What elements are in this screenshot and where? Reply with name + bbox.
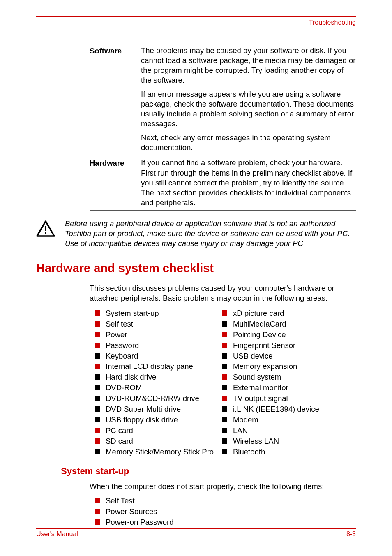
- bullet-icon: [95, 310, 100, 316]
- bullet-icon: [222, 353, 227, 359]
- list-item: xD picture card: [222, 308, 349, 319]
- list-label: Power-on Password: [106, 517, 174, 528]
- bullet-icon: [222, 385, 227, 390]
- footer-rule: [36, 528, 356, 529]
- list-label: Power: [106, 329, 127, 340]
- list-item: USB device: [222, 351, 349, 361]
- list-label: Password: [106, 340, 139, 351]
- software-para-1: The problems may be caused by your softw…: [141, 46, 356, 85]
- page-footer: User's Manual 8-3: [36, 528, 356, 538]
- bullet-icon: [222, 449, 227, 454]
- list-item: Power Sources: [95, 506, 356, 517]
- list-label: i.LINK (IEEE1394) device: [233, 404, 319, 415]
- list-item: Internal LCD display panel: [95, 361, 222, 372]
- subsection-intro: When the computer does not start properl…: [90, 482, 356, 491]
- bullet-icon: [95, 343, 100, 348]
- list-label: Pointing Device: [233, 329, 286, 340]
- footer-left: User's Manual: [36, 531, 78, 538]
- list-item: USB floppy disk drive: [95, 415, 222, 425]
- list-item: Sound system: [222, 372, 349, 382]
- bullet-icon: [95, 498, 100, 503]
- bullet-icon: [95, 374, 100, 380]
- list-label: PC card: [106, 425, 133, 436]
- list-label: Self Test: [106, 496, 135, 506]
- bullet-icon: [95, 428, 100, 433]
- bullet-icon: [95, 332, 100, 337]
- list-label: DVD Super Multi drive: [106, 404, 181, 415]
- list-label: Memory Stick/Memory Stick Pro: [106, 447, 214, 457]
- list-label: Internal LCD display panel: [106, 361, 195, 372]
- bullet-icon: [95, 406, 100, 412]
- list-item: DVD-ROM&CD-R/RW drive: [95, 393, 222, 404]
- header-rule: [36, 16, 356, 17]
- list-label: Keyboard: [106, 351, 138, 361]
- subsection-list: Self Test Power Sources Power-on Passwor…: [95, 496, 356, 528]
- software-para-3: Next, check any error messages in the op…: [141, 133, 356, 153]
- footer-right: 8-3: [346, 531, 356, 538]
- list-label: DVD-ROM&CD-R/RW drive: [106, 393, 199, 404]
- list-label: Bluetooth: [233, 447, 265, 457]
- list-label: MultiMediaCard: [233, 319, 286, 329]
- svg-rect-2: [45, 232, 46, 234]
- list-item: MultiMediaCard: [222, 319, 349, 329]
- list-item: External monitor: [222, 382, 349, 393]
- svg-rect-1: [45, 226, 46, 231]
- bullet-icon: [95, 438, 100, 444]
- list-label: Sound system: [233, 372, 281, 382]
- list-label: Wireless LAN: [233, 436, 279, 447]
- list-label: USB device: [233, 351, 273, 361]
- list-item: Password: [95, 340, 222, 351]
- list-item: Self Test: [95, 496, 356, 506]
- list-label: Fingerprint Sensor: [233, 340, 295, 351]
- bullet-icon: [222, 364, 227, 369]
- bullet-icon: [95, 353, 100, 359]
- list-item: System start-up: [95, 308, 222, 319]
- bullet-icon: [95, 364, 100, 369]
- bullet-icon: [95, 321, 100, 327]
- definition-row-hardware: Hardware If you cannot find a software p…: [90, 155, 356, 210]
- bullet-icon: [95, 385, 100, 390]
- section-intro: This section discusses problems caused b…: [90, 283, 356, 303]
- list-label: Self test: [106, 319, 133, 329]
- bullet-icon: [222, 417, 227, 422]
- list-item: SD card: [95, 436, 222, 447]
- list-item: Fingerprint Sensor: [222, 340, 349, 351]
- list-item: Hard disk drive: [95, 372, 222, 382]
- caution-block: Before using a peripheral device or appl…: [36, 219, 356, 248]
- bullet-icon: [95, 417, 100, 422]
- list-label: xD picture card: [233, 308, 284, 319]
- list-item: Power-on Password: [95, 517, 356, 528]
- list-label: System start-up: [106, 308, 159, 319]
- list-item: Power: [95, 329, 222, 340]
- list-item: Modem: [222, 415, 349, 425]
- list-label: Modem: [233, 415, 258, 425]
- definition-list: Software The problems may be caused by y…: [90, 43, 356, 211]
- list-item: LAN: [222, 425, 349, 436]
- checklist-columns: System start-up Self test Power Password…: [95, 308, 356, 457]
- list-item: PC card: [95, 425, 222, 436]
- subsection-heading: System start-up: [61, 466, 356, 477]
- bullet-icon: [222, 343, 227, 348]
- bullet-icon: [95, 519, 100, 525]
- list-item: Pointing Device: [222, 329, 349, 340]
- bullet-icon: [222, 374, 227, 380]
- list-label: Memory expansion: [233, 361, 297, 372]
- list-item: TV output signal: [222, 393, 349, 404]
- checklist-left: System start-up Self test Power Password…: [95, 308, 222, 457]
- section-heading: Hardware and system checklist: [36, 262, 356, 275]
- bullet-icon: [222, 406, 227, 412]
- list-label: External monitor: [233, 382, 288, 393]
- bullet-icon: [95, 396, 100, 401]
- list-item: DVD-ROM: [95, 382, 222, 393]
- definition-desc-software: The problems may be caused by your softw…: [141, 46, 356, 153]
- list-label: DVD-ROM: [106, 382, 142, 393]
- bullet-icon: [222, 321, 227, 327]
- list-label: USB floppy disk drive: [106, 415, 178, 425]
- caution-text: Before using a peripheral device or appl…: [65, 219, 356, 248]
- list-item: Memory Stick/Memory Stick Pro: [95, 447, 222, 457]
- bullet-icon: [222, 396, 227, 401]
- list-item: Keyboard: [95, 351, 222, 361]
- software-para-2: If an error message appears while you ar…: [141, 89, 356, 129]
- bullet-icon: [222, 332, 227, 337]
- list-item: Bluetooth: [222, 447, 349, 457]
